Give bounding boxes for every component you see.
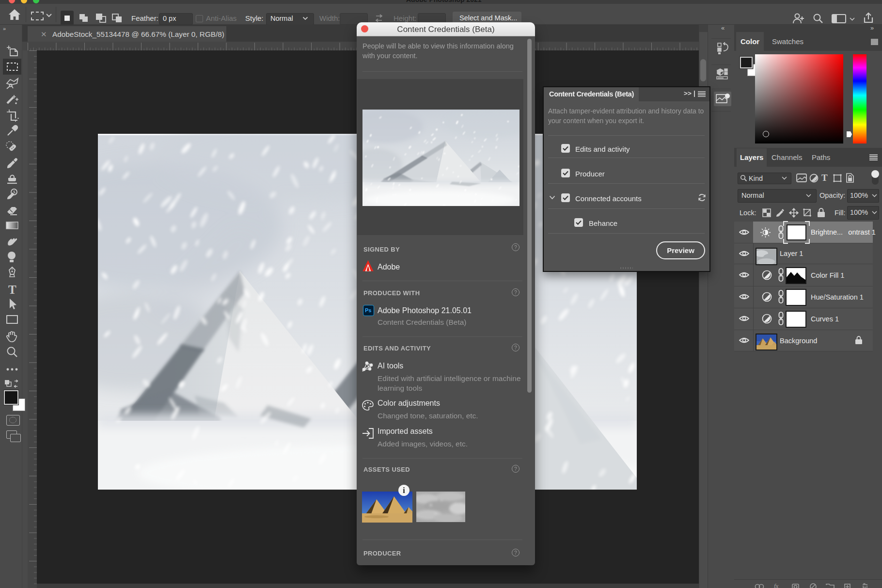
svg-text:fx: fx (774, 582, 779, 588)
svg-text:T: T (8, 283, 16, 296)
